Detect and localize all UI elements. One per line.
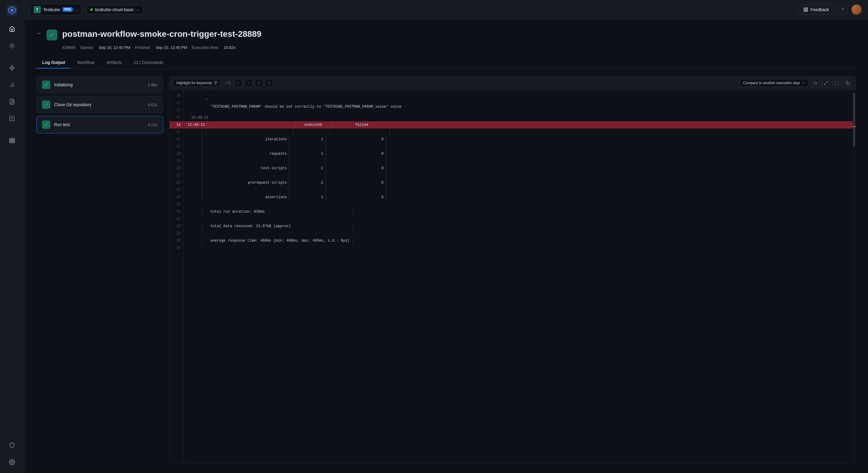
compare-selector[interactable]: Compare to another execution step xyxy=(740,79,808,87)
line-num-24: 24 xyxy=(169,194,184,201)
steps-panel: Initializing 1.98s Clone Git repository … xyxy=(36,76,163,463)
log-content[interactable]: 10 11 12 13 14 15 16 17 18 19 20 21 xyxy=(169,90,852,463)
sidebar-bottom xyxy=(5,438,19,469)
execution-time-value: 10.82s xyxy=(224,45,236,50)
sidebar-item-triggers[interactable] xyxy=(5,61,19,75)
line-num-12: 12 xyxy=(169,107,184,114)
nav-up-button[interactable]: ↑ xyxy=(235,79,242,87)
help-button[interactable]: ? xyxy=(838,5,847,14)
svg-rect-12 xyxy=(9,140,14,141)
line-num-28: 28 xyxy=(169,223,184,230)
line-num-26: 26 xyxy=(169,208,184,215)
log-line-30: average response time: 466ms [min: 466ms… xyxy=(184,237,852,244)
line-num-25: 25 xyxy=(169,201,184,208)
log-line-16: iterations 1 0 xyxy=(184,136,852,143)
svg-marker-19 xyxy=(214,82,217,85)
scrollbar-thumb[interactable] xyxy=(853,93,855,147)
search-icon xyxy=(813,81,817,85)
svg-rect-15 xyxy=(804,8,805,9)
sidebar-divider-1 xyxy=(6,57,18,57)
log-panel: Highlight for keywords - / 1 ↑ ↓ ⇧ ⇩ Com… xyxy=(169,76,856,463)
log-line-14: 12:40:11 executed failed xyxy=(184,121,852,129)
expand-log-button[interactable] xyxy=(822,79,830,87)
tab-artifacts[interactable]: Artifacts xyxy=(100,57,128,68)
line-numbers: 10 11 12 13 14 15 16 17 18 19 20 21 xyxy=(169,90,184,463)
topnav-right: Feedback ? xyxy=(798,4,862,15)
sidebar-item-settings[interactable] xyxy=(5,455,19,469)
log-line-28: total data received: 31.67kB (approx) xyxy=(184,223,852,230)
org-selector[interactable]: T Testkube PRO ⌄ xyxy=(30,4,82,15)
step-clone-git[interactable]: Clone Git repository 4.61s xyxy=(36,96,163,113)
copy-icon xyxy=(846,81,850,85)
step-initializing-name: Initializing xyxy=(54,82,144,87)
app-logo[interactable] xyxy=(5,4,19,17)
line-num-10: 10 xyxy=(169,92,184,100)
finished-value: Sep 10, 12:40 PM xyxy=(156,45,187,50)
line-num-15: 15 xyxy=(169,129,184,136)
log-line-17 xyxy=(184,143,852,150)
tab-log-output[interactable]: Log Output xyxy=(36,57,71,68)
fullscreen-icon xyxy=(835,81,839,85)
nav-scroll-down-button[interactable]: ⇩ xyxy=(265,79,273,87)
user-avatar[interactable] xyxy=(851,4,862,15)
compare-chevron-icon xyxy=(802,81,805,85)
svg-point-14 xyxy=(11,462,13,463)
env-status-dot xyxy=(90,8,93,11)
svg-rect-13 xyxy=(9,142,14,143)
sidebar-item-home[interactable] xyxy=(5,22,19,36)
log-lines-content: - ✓ 'TESTKUBE_POSTMAN_PARAM' should be s… xyxy=(184,90,852,463)
sidebar xyxy=(0,0,24,473)
org-name: Testkube xyxy=(43,7,60,12)
step-run-test[interactable]: Run test 4.21s xyxy=(36,116,163,133)
tab-workflow[interactable]: Workflow xyxy=(71,57,100,68)
tab-cli-commands[interactable]: CLI Commands xyxy=(128,57,169,68)
svg-line-22 xyxy=(826,81,828,83)
execution-time-label: Execution time: xyxy=(192,45,219,50)
split-layout: Initializing 1.98s Clone Git repository … xyxy=(36,76,856,463)
sidebar-item-integrations[interactable] xyxy=(5,39,19,53)
nav-down-button[interactable]: ↓ xyxy=(245,79,252,87)
svg-marker-5 xyxy=(10,65,14,71)
back-button[interactable]: ← xyxy=(36,30,42,36)
fullscreen-button[interactable] xyxy=(833,79,841,87)
log-line-15 xyxy=(202,129,852,136)
log-line-24: assertions 1 0 xyxy=(184,194,852,201)
sidebar-item-security[interactable] xyxy=(5,438,19,452)
step-clone-duration: 4.61s xyxy=(148,103,157,107)
sidebar-item-stack[interactable] xyxy=(5,133,19,148)
step-clone-name: Clone Git repository xyxy=(54,102,144,107)
log-line-18: requests 1 0 xyxy=(184,150,852,158)
execution-status-icon xyxy=(46,30,57,40)
env-selector[interactable]: testkube-cloud-basic ⌄ xyxy=(86,5,143,14)
log-scrollbar[interactable] xyxy=(852,90,856,463)
feedback-icon xyxy=(803,7,808,12)
line-num-23: 23 xyxy=(169,187,184,194)
keyword-highlight-button[interactable]: Highlight for keywords xyxy=(173,79,221,87)
topnav: T Testkube PRO ⌄ testkube-cloud-basic ⌄ … xyxy=(24,0,868,19)
step-initializing[interactable]: Initializing 1.98s xyxy=(36,76,163,94)
tabs: Log Output Workflow Artifacts CLI Comman… xyxy=(36,57,856,69)
sidebar-item-tests[interactable] xyxy=(5,94,19,109)
svg-rect-17 xyxy=(806,10,808,11)
compare-label: Compare to another execution step xyxy=(743,81,800,85)
org-chevron-icon: ⌄ xyxy=(75,7,78,12)
log-line-25 xyxy=(184,201,852,208)
line-num-29: 29 xyxy=(169,230,184,237)
feedback-button[interactable]: Feedback xyxy=(798,4,834,15)
check-icon xyxy=(49,32,55,38)
sidebar-item-analytics[interactable] xyxy=(5,77,19,92)
nav-scroll-up-button[interactable]: ⇧ xyxy=(255,79,263,87)
main-container: T Testkube PRO ⌄ testkube-cloud-basic ⌄ … xyxy=(24,0,868,473)
line-num-20: 20 xyxy=(169,165,184,172)
log-line-22: prerequest-scripts 2 0 xyxy=(184,179,852,187)
line-num-14: 14 xyxy=(169,121,184,129)
filter-icon xyxy=(214,81,217,85)
search-log-button[interactable] xyxy=(811,79,819,87)
sidebar-item-tasks[interactable] xyxy=(5,111,19,126)
copy-log-button[interactable] xyxy=(843,79,852,87)
nav-position: - / 1 xyxy=(223,81,232,85)
avatar-image xyxy=(852,5,861,14)
line-num-30: 30 xyxy=(169,237,184,244)
expand-icon xyxy=(824,81,828,85)
log-line-23 xyxy=(184,187,852,194)
